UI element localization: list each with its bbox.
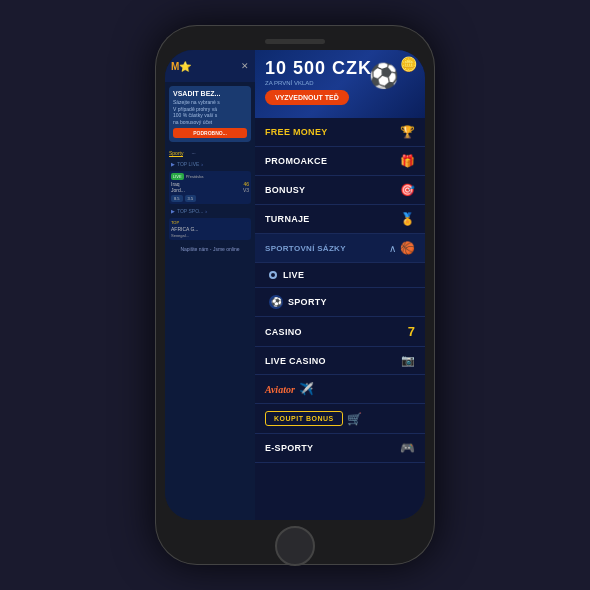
phone-speaker (265, 39, 325, 44)
senegal: Senegal... (171, 233, 249, 238)
close-icon[interactable]: ✕ (241, 61, 249, 71)
esporty-icon: 🎮 (400, 441, 415, 455)
menu-item-casino[interactable]: CASINO 7 (255, 317, 425, 347)
live-radio-icon (269, 271, 277, 279)
turnaje-icon: 🏅 (400, 212, 415, 226)
menu-list: FREE MONEY 🏆 PROMOAKCE 🎁 BONUSY 🎯 (255, 118, 425, 520)
sport-basket-icon: 🏀 (400, 241, 415, 255)
sportovni-label: SPORTOVNÍ SÁZKY (265, 244, 389, 253)
bonusy-label: BONUSY (265, 185, 396, 195)
nav-other[interactable]: ··· (191, 150, 195, 157)
menu-item-promoakce[interactable]: PROMOAKCE 🎁 (255, 147, 425, 176)
free-money-icon: 🏆 (400, 125, 415, 139)
promo-text: Sázejte na vybrané sV případě prohry vá1… (173, 99, 247, 125)
odd2[interactable]: 3.5 (185, 195, 197, 202)
esporty-label: E-SPORTY (265, 443, 396, 453)
phone-screen: M⭐ ✕ VSADIT BEZ... Sázejte na vybrané sV… (165, 50, 425, 520)
left-promo-box: VSADIT BEZ... Sázejte na vybrané sV příp… (169, 86, 251, 142)
africa-match: AFRICA G... (171, 226, 249, 232)
menu-item-aviator[interactable]: Aviator ✈️ (255, 375, 425, 404)
left-panel: M⭐ ✕ VSADIT BEZ... Sázejte na vybrané sV… (165, 50, 255, 520)
promo-banner: 10 500 CZK ZA PRVNÍ VKLAD VYZVEDNOUT TEĎ… (255, 50, 425, 118)
koupit-button[interactable]: KOUPIT BONUS (265, 411, 343, 426)
menu-item-koupit[interactable]: KOUPIT BONUS 🛒 (255, 404, 425, 434)
amount-text: 10 500 CZK (265, 58, 372, 78)
menu-item-sporty[interactable]: ⚽ SPORTY (255, 288, 425, 317)
napikte-text: Napište nám - Jsme online (165, 242, 255, 256)
menu-item-live-casino[interactable]: LIVE CASINO 📷 (255, 347, 425, 375)
score2: V3 (243, 187, 249, 193)
left-nav: Sporty ··· (165, 146, 255, 159)
casino-label: CASINO (265, 327, 408, 337)
menu-section-sport[interactable]: SPORTOVNÍ SÁZKY ∧ 🏀 (255, 234, 425, 263)
match-name: Přestávka (186, 174, 204, 179)
live-label: LIVE (283, 270, 415, 280)
arrow-right-icon: › (201, 161, 203, 167)
promo-amount: 10 500 CZK (265, 58, 415, 79)
right-panel: 10 500 CZK ZA PRVNÍ VKLAD VYZVEDNOUT TEĎ… (255, 50, 425, 520)
top-live-title: ▶ TOP LIVE › (165, 159, 255, 169)
home-button[interactable] (275, 526, 315, 566)
odd1[interactable]: 8.5 (171, 195, 183, 202)
left-logo: M⭐ (171, 61, 191, 72)
left-header: M⭐ ✕ (165, 50, 255, 82)
turnaje-label: TURNAJE (265, 214, 396, 224)
menu-item-bonusy[interactable]: BONUSY 🎯 (255, 176, 425, 205)
menu-item-esporty[interactable]: E-SPORTY 🎮 (255, 434, 425, 463)
arrow-right-icon2: › (205, 208, 207, 214)
chevron-up-icon: ∧ (389, 243, 396, 254)
team2: Jord... (171, 187, 185, 193)
promoakce-label: PROMOAKCE (265, 156, 396, 166)
menu-item-live[interactable]: LIVE (255, 263, 425, 288)
seven-icon: 7 (408, 324, 415, 339)
live-badge: LIVE (171, 173, 184, 180)
camera-icon: 📷 (401, 354, 415, 367)
promoakce-icon: 🎁 (400, 154, 415, 168)
phone-frame: M⭐ ✕ VSADIT BEZ... Sázejte na vybrané sV… (155, 25, 435, 565)
promo-subtitle: ZA PRVNÍ VKLAD (265, 80, 415, 86)
menu-item-turnaje[interactable]: TURNAJE 🏅 (255, 205, 425, 234)
promo-title: VSADIT BEZ... (173, 90, 247, 97)
bonusy-icon: 🎯 (400, 183, 415, 197)
aviator-label: Aviator (265, 384, 295, 395)
screen-inner: M⭐ ✕ VSADIT BEZ... Sázejte na vybrané sV… (165, 50, 425, 520)
aviator-plane-icon: ✈️ (299, 382, 314, 396)
free-money-label: FREE MONEY (265, 127, 396, 137)
africa-match-row: TOP AFRICA G... Senegal... (169, 218, 251, 240)
live-casino-label: LIVE CASINO (265, 356, 401, 366)
sporty-label: SPORTY (288, 297, 415, 307)
nav-sporty[interactable]: Sporty (169, 150, 183, 157)
menu-item-free-money[interactable]: FREE MONEY 🏆 (255, 118, 425, 147)
sporty-ball-icon: ⚽ (269, 295, 283, 309)
logo-m: M (171, 61, 179, 72)
cart-icon: 🛒 (347, 412, 362, 426)
podrobno-button[interactable]: PODROBNO... (173, 128, 247, 138)
africa-label: TOP (171, 220, 249, 225)
live-match-row: LIVE Přestávka Iraq Jord... 46 V3 (169, 171, 251, 204)
cta-button[interactable]: VYZVEDNOUT TEĎ (265, 90, 349, 105)
top-sport-title: ▶ TOP SPO... › (165, 206, 255, 216)
